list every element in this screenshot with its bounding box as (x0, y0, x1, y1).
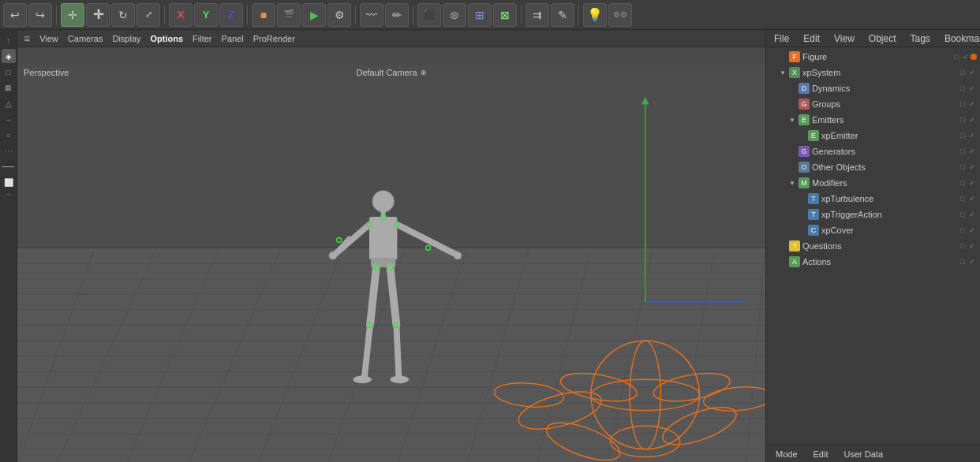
yaxis-button[interactable]: Y (194, 3, 218, 27)
viewport-menu-cameras[interactable]: Cameras (68, 34, 103, 43)
viewport-menu-view[interactable]: View (39, 34, 58, 43)
viewport-3d[interactable]: Perspective Default Camera ⊕ (17, 65, 765, 462)
tree-eye-xptrigger[interactable]: □ (958, 210, 967, 219)
left-icon-select[interactable]: ◈ (2, 49, 16, 63)
tree-eye-emitters[interactable]: □ (958, 115, 967, 125)
left-icon-arrow-up[interactable]: ↑ (2, 33, 16, 47)
play-button[interactable]: ▶ (302, 3, 326, 27)
rp-menu-edit[interactable]: Edit (800, 33, 823, 44)
tree-check-emitters[interactable]: ✓ (967, 115, 977, 125)
paint-button[interactable]: ✏ (385, 3, 409, 27)
viewport[interactable]: ≡ View Cameras Display Options Filter Pa… (17, 30, 765, 462)
array-button[interactable]: ⊞ (468, 3, 492, 27)
tree-check-xpsystem[interactable]: ✓ (967, 68, 977, 77)
rp-menu-view[interactable]: View (831, 33, 858, 44)
tree-eye-questions[interactable]: □ (958, 241, 967, 251)
tree-check-xpturbulence[interactable]: ✓ (967, 194, 977, 203)
viewport-menu-options[interactable]: Options (151, 34, 184, 43)
tree-eye-figure[interactable]: □ (952, 52, 961, 61)
tree-eye-actions[interactable]: □ (958, 257, 967, 266)
extra1-button[interactable]: ⚙⚙ (608, 3, 632, 27)
tree-check-dynamics[interactable]: ✓ (967, 84, 977, 93)
tree-check-figure[interactable]: ✓ (961, 52, 971, 61)
left-icon-dots[interactable]: ⋯ (2, 143, 16, 158)
tree-triangle-other (788, 163, 796, 171)
viewport-menu-display[interactable]: Display (112, 34, 140, 43)
tree-eye-xpemitter[interactable]: □ (958, 131, 967, 140)
tree-item-questions[interactable]: ? Questions □ ✓ (766, 238, 980, 254)
tree-check-xpemitter[interactable]: ✓ (967, 131, 977, 140)
tree-check-groups[interactable]: ✓ (967, 99, 977, 109)
tree-check-questions[interactable]: ✓ (967, 241, 977, 251)
zaxis-button[interactable]: Z (219, 3, 243, 27)
tree-eye-generators[interactable]: □ (958, 147, 967, 156)
rp-menu-bookmarks[interactable]: Bookmarks (941, 33, 980, 44)
rp-menu-tags[interactable]: Tags (907, 33, 933, 44)
arrows-button[interactable]: ⇉ (526, 3, 549, 27)
viewport-menu-filter[interactable]: Filter (193, 34, 211, 43)
select-button[interactable]: ✛ (61, 3, 84, 27)
tree-item-modifiers[interactable]: ▼ M Modifiers □ ✓ (766, 175, 980, 191)
tree-eye-groups[interactable]: □ (958, 99, 967, 109)
tree-item-actions[interactable]: A Actions □ ✓ (766, 254, 980, 270)
viewport-menu-prorender[interactable]: ProRender (253, 34, 295, 43)
tree-check-generators[interactable]: ✓ (967, 147, 977, 156)
tree-eye-other[interactable]: □ (958, 162, 967, 172)
redo-button[interactable]: ↪ (28, 3, 52, 27)
tree-check-other[interactable]: ✓ (967, 162, 977, 172)
rp-menu-object[interactable]: Object (866, 33, 900, 44)
tree-item-otherobjects[interactable]: O Other Objects □ ✓ (766, 159, 980, 175)
tree-item-xptriggeraction[interactable]: T xpTriggerAction □ ✓ (766, 207, 980, 222)
xaxis-button[interactable]: X (169, 3, 193, 27)
tree-eye-dynamics[interactable]: □ (958, 84, 967, 93)
camera-button[interactable]: 🎬 (277, 3, 301, 27)
tree-check-xpcover[interactable]: ✓ (967, 225, 977, 235)
tree-item-groups[interactable]: G Groups □ ✓ (766, 96, 980, 112)
tree-check-modifiers[interactable]: ✓ (967, 178, 977, 188)
scale-button[interactable]: ⤢ (137, 3, 160, 27)
settings-button[interactable]: ⚙ (327, 3, 351, 27)
tree-item-xpturbulence[interactable]: T xpTurbulence □ ✓ (766, 191, 980, 207)
viewport-hamburger[interactable]: ≡ (24, 32, 30, 45)
spline-button[interactable]: 〰 (360, 3, 383, 27)
tree-item-figure[interactable]: F Figure □ ✓ (766, 49, 980, 65)
deform-button[interactable]: ⊠ (493, 3, 517, 27)
left-icon-arrow-r[interactable]: → (2, 112, 16, 126)
left-icon-square[interactable]: □ (2, 65, 16, 79)
tree-check-actions[interactable]: ✓ (967, 257, 977, 266)
bottom-bar: Mode Edit User Data (766, 445, 980, 462)
tree-item-xpsystem[interactable]: ▼ X xpSystem □ ✓ (766, 65, 980, 80)
tree-eye-xpcover[interactable]: □ (958, 225, 967, 235)
tree-item-xpcover[interactable]: C xpCover □ ✓ (766, 222, 980, 238)
tree-eye-xpturbulence[interactable]: □ (958, 194, 967, 203)
bottom-userdata[interactable]: User Data (841, 449, 887, 459)
tree-check-xptrigger[interactable]: ✓ (967, 210, 977, 219)
tree-item-dynamics[interactable]: D Dynamics □ ✓ (766, 80, 980, 96)
sym-button[interactable]: ⊛ (443, 3, 466, 27)
box2-button[interactable]: ⬛ (417, 3, 441, 27)
tree-item-emitters[interactable]: ▼ E Emitters □ ✓ (766, 112, 980, 128)
left-icon-curve[interactable]: ⌒ (2, 191, 16, 205)
undo-button[interactable]: ↩ (3, 3, 27, 27)
bottom-edit[interactable]: Edit (810, 449, 832, 459)
tree-item-generators[interactable]: G Generators □ ✓ (766, 143, 980, 159)
left-icon-line[interactable]: — (2, 159, 16, 173)
bottom-mode[interactable]: Mode (772, 449, 801, 459)
tree-item-xpemitter[interactable]: E xpEmitter □ ✓ (766, 128, 980, 143)
tree-eye-xpsystem[interactable]: □ (958, 68, 967, 77)
move-button[interactable]: ✛ (86, 3, 110, 27)
cube-button[interactable]: ■ (252, 3, 275, 27)
viewport-menu-panel[interactable]: Panel (222, 34, 244, 43)
pen-button[interactable]: ✎ (551, 3, 574, 27)
left-icon-plane[interactable]: ⬜ (2, 175, 16, 189)
tree-triangle-modifiers[interactable]: ▼ (788, 179, 796, 187)
tree-triangle-emitters[interactable]: ▼ (788, 116, 796, 124)
light-button[interactable]: 💡 (583, 3, 607, 27)
left-icon-tri[interactable]: △ (2, 96, 16, 110)
tree-triangle-xpsystem[interactable]: ▼ (779, 69, 787, 76)
left-icon-checker[interactable]: ▦ (2, 80, 16, 95)
tree-eye-modifiers[interactable]: □ (958, 178, 967, 188)
rotate-button[interactable]: ↻ (111, 3, 135, 27)
left-icon-circle[interactable]: ○ (2, 128, 16, 142)
rp-menu-file[interactable]: File (771, 33, 792, 44)
